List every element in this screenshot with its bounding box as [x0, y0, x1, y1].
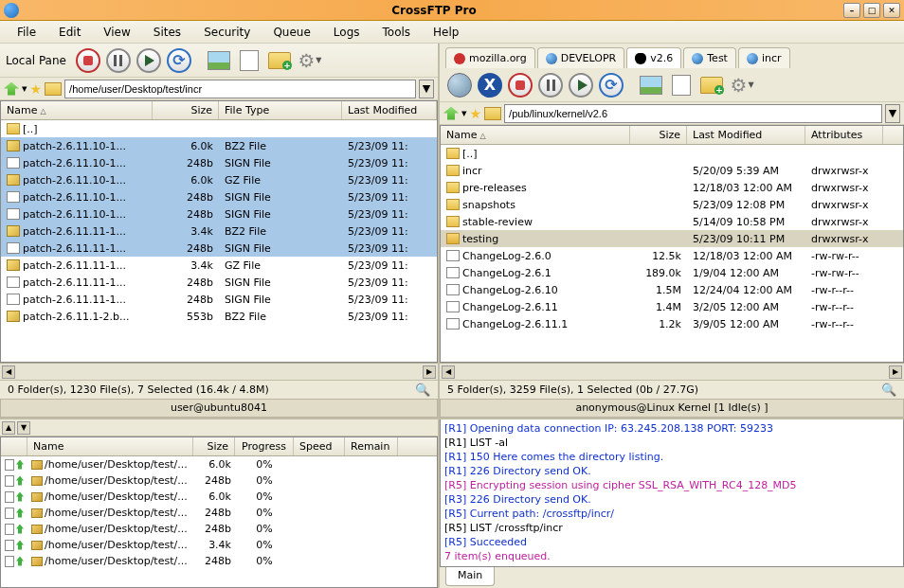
pause-button-remote[interactable]: [536, 71, 565, 99]
settings-button-remote[interactable]: ⚙▼: [728, 71, 756, 99]
col-size[interactable]: Size: [153, 101, 219, 119]
tab-test[interactable]: Test: [683, 47, 736, 68]
pause-button[interactable]: [104, 46, 133, 75]
table-row[interactable]: patch-2.6.11.10-1...248bSIGN File5/23/09…: [1, 205, 437, 223]
menu-sites[interactable]: Sites: [144, 23, 190, 42]
bookmark-button-remote[interactable]: ★: [470, 106, 482, 121]
tab-developr[interactable]: DEVELOPR: [537, 47, 625, 68]
table-row[interactable]: stable-review5/14/09 10:58 PMdrwxrwsr-x: [441, 213, 903, 230]
remote-hscroll[interactable]: ◀ ▶: [440, 363, 904, 380]
table-row[interactable]: patch-2.6.11.10-1...6.0kGZ File5/23/09 1…: [1, 171, 437, 188]
path-dropdown-remote[interactable]: ▼: [885, 104, 900, 123]
col-name[interactable]: Name△: [1, 101, 153, 119]
image-button-remote[interactable]: [637, 71, 665, 99]
table-row[interactable]: ChangeLog-2.6.1189.0k1/9/04 12:00 AM-rw-…: [441, 264, 903, 281]
col-modified-remote[interactable]: Last Modified: [687, 126, 805, 144]
table-row[interactable]: patch-2.6.11.11-1...3.4kBZ2 File5/23/09 …: [1, 223, 437, 240]
refresh-button[interactable]: ⟳: [165, 46, 193, 75]
table-row[interactable]: [..]: [1, 120, 437, 137]
table-row[interactable]: snapshots5/23/09 12:08 PMdrwxrwsr-x: [441, 196, 903, 213]
table-row[interactable]: ChangeLog-2.6.11.11.2k3/9/05 12:00 AM-rw…: [441, 315, 903, 332]
tab-mozilla-org[interactable]: mozilla.org: [445, 47, 535, 68]
refresh-button-remote[interactable]: ⟳: [597, 71, 625, 99]
table-row[interactable]: ChangeLog-2.6.101.5M12/24/04 12:00 AM-rw…: [441, 281, 903, 298]
scroll-left-button-remote[interactable]: ◀: [442, 365, 455, 379]
col-queue-progress[interactable]: Progress: [235, 437, 294, 455]
col-size-remote[interactable]: Size: [630, 126, 687, 144]
queue-row[interactable]: /home/user/Desktop/test/...3.4k0%: [1, 537, 437, 553]
scroll-right-button-remote[interactable]: ▶: [889, 365, 902, 379]
search-icon-remote[interactable]: 🔍: [881, 383, 896, 397]
stop-button[interactable]: [74, 46, 102, 75]
queue-up-button[interactable]: ▲: [2, 421, 15, 435]
tab-v2-6[interactable]: v2.6: [626, 47, 681, 68]
menu-view[interactable]: View: [94, 23, 139, 42]
table-row[interactable]: patch-2.6.11.10-1...248bSIGN File5/23/09…: [1, 154, 437, 171]
col-name-remote[interactable]: Name△: [441, 126, 630, 144]
menu-help[interactable]: Help: [424, 23, 468, 42]
search-icon[interactable]: 🔍: [415, 383, 430, 397]
remote-file-table[interactable]: Name△ Size Last Modified Attributes [..]…: [440, 125, 904, 363]
col-type[interactable]: File Type: [219, 101, 342, 119]
table-row[interactable]: patch-2.6.11.11-1...248bSIGN File5/23/09…: [1, 274, 437, 291]
edit-button[interactable]: [235, 46, 263, 75]
new-folder-button[interactable]: [265, 46, 294, 75]
local-file-table[interactable]: Name△ Size File Type Last Modified [..]p…: [0, 100, 438, 363]
image-button[interactable]: [205, 46, 233, 75]
globe-button[interactable]: [445, 71, 474, 99]
go-up-button-remote[interactable]: [443, 107, 459, 120]
table-row[interactable]: [..]: [441, 145, 903, 162]
table-row[interactable]: patch-2.6.11.1-2.b...553bBZ2 File5/23/09…: [1, 308, 437, 325]
minimize-button[interactable]: –: [843, 3, 860, 18]
bookmark-button[interactable]: ★: [30, 81, 43, 97]
table-row[interactable]: testing5/23/09 10:11 PMdrwxrwsr-x: [441, 230, 903, 247]
table-row[interactable]: patch-2.6.11.11-1...248bSIGN File5/23/09…: [1, 240, 437, 257]
table-row[interactable]: patch-2.6.11.11-1...3.4kGZ File5/23/09 1…: [1, 257, 437, 274]
col-modified[interactable]: Last Modified: [342, 101, 437, 119]
table-row[interactable]: patch-2.6.11.11-1...248bSIGN File5/23/09…: [1, 291, 437, 308]
remote-path-input[interactable]: [504, 104, 882, 123]
menu-edit[interactable]: Edit: [49, 23, 90, 42]
col-attributes-remote[interactable]: Attributes: [805, 126, 883, 144]
log-body[interactable]: [R1] Opening data connection IP: 63.245.…: [440, 419, 904, 567]
log-tab-main[interactable]: Main: [445, 567, 495, 586]
queue-row[interactable]: /home/user/Desktop/test/...248b0%: [1, 472, 437, 489]
queue-row[interactable]: /home/user/Desktop/test/...248b0%: [1, 553, 437, 569]
table-row[interactable]: patch-2.6.11.10-1...248bSIGN File5/23/09…: [1, 188, 437, 205]
table-row[interactable]: ChangeLog-2.6.012.5k12/18/03 12:00 AM-rw…: [441, 247, 903, 264]
scroll-left-button[interactable]: ◀: [2, 365, 15, 379]
col-queue-name[interactable]: Name: [27, 437, 193, 455]
settings-button[interactable]: ⚙▼: [296, 46, 324, 75]
table-row[interactable]: patch-2.6.11.10-1...6.0kBZ2 File5/23/09 …: [1, 137, 437, 154]
col-queue-remain[interactable]: Remain: [345, 437, 398, 455]
edit-button-remote[interactable]: [667, 71, 696, 99]
col-queue-size[interactable]: Size: [193, 437, 235, 455]
table-row[interactable]: ChangeLog-2.6.111.4M3/2/05 12:00 AM-rw-r…: [441, 298, 903, 315]
maximize-button[interactable]: □: [863, 3, 880, 18]
play-button-remote[interactable]: [567, 71, 595, 99]
queue-table[interactable]: Name Size Progress Speed Remain /home/us…: [0, 437, 438, 588]
menu-tools[interactable]: Tools: [373, 23, 421, 42]
scroll-right-button[interactable]: ▶: [423, 365, 436, 379]
connect-button[interactable]: X: [476, 71, 504, 99]
play-button[interactable]: [135, 46, 163, 75]
queue-row[interactable]: /home/user/Desktop/test/...248b0%: [1, 505, 437, 521]
menu-security[interactable]: Security: [194, 23, 260, 42]
queue-row[interactable]: /home/user/Desktop/test/...248b0%: [1, 521, 437, 537]
stop-button-remote[interactable]: [506, 71, 534, 99]
col-queue-speed[interactable]: Speed: [294, 437, 345, 455]
go-up-button[interactable]: [4, 82, 19, 96]
queue-down-button[interactable]: ▼: [17, 421, 30, 435]
local-hscroll[interactable]: ◀ ▶: [0, 363, 438, 380]
table-row[interactable]: pre-releases12/18/03 12:00 AMdrwxrwsr-x: [441, 179, 903, 196]
close-button[interactable]: ✕: [883, 3, 900, 18]
queue-row[interactable]: /home/user/Desktop/test/...6.0k0%: [1, 456, 437, 472]
menu-logs[interactable]: Logs: [324, 23, 370, 42]
menu-file[interactable]: File: [8, 23, 45, 42]
path-dropdown[interactable]: ▼: [419, 80, 434, 98]
queue-row[interactable]: /home/user/Desktop/test/...6.0k0%: [1, 489, 437, 505]
table-row[interactable]: incr5/20/09 5:39 AMdrwxrwsr-x: [441, 162, 903, 179]
col-icon[interactable]: [1, 437, 27, 455]
tab-incr[interactable]: incr: [738, 47, 790, 68]
new-folder-button-remote[interactable]: [697, 71, 726, 99]
